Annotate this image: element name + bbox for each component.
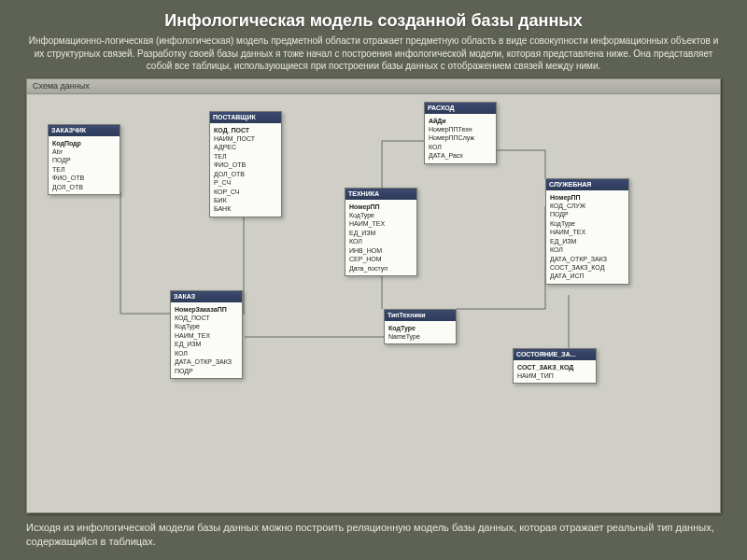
field: ДАТА_ИСП (550, 272, 625, 280)
field: NameType (388, 332, 452, 341)
table-header: ЗАКАЗЧИК (49, 125, 120, 136)
field: БАНК (214, 204, 277, 213)
table-sostoyanie[interactable]: СОСТОЯНИЕ_ЗА... СОСТ_ЗАКЗ_КОД НАИМ_ТИП (513, 348, 597, 385)
field: КОЛ (429, 143, 492, 151)
table-tiptehniki[interactable]: ТипТехники КодТуре NameType (384, 309, 457, 345)
table-body: НомерЗаказаПП КОД_ПОСТ КодТуре НАИМ_ТЕХ … (171, 302, 242, 379)
table-header: ПОСТАВЩИК (210, 112, 281, 123)
field: НАИМ_ТЕХ (175, 331, 238, 340)
page-title: Инфологическая модель созданной базы дан… (26, 11, 721, 31)
field: КодТуре (175, 322, 238, 330)
field: НАИМ_ТЕХ (349, 219, 413, 228)
field: СЕР_НОМ (349, 255, 413, 263)
field: КодТуре (349, 211, 413, 219)
table-rashod[interactable]: РАСХОД АйДи НомерППТехн НомерППСлуж КОЛ … (424, 102, 497, 164)
field: ДОЛ_ОТВ (214, 170, 277, 178)
table-body: АйДи НомерППТехн НомерППСлуж КОЛ ДАТА_Ра… (425, 114, 496, 163)
field: ЕД_ИЗМ (349, 229, 413, 237)
table-header: ЗАКАЗ (171, 291, 242, 302)
table-header: ТЕХНИКА (345, 189, 416, 200)
table-header: СЛУЖЕБНАЯ (546, 179, 628, 190)
field: НомерППСлуж (429, 133, 492, 142)
field: ЕД_ИЗМ (175, 340, 238, 348)
field: КодПодр (52, 139, 116, 147)
field: БИК (214, 196, 277, 204)
table-body: КодПодр Abr ПОДР ТЕЛ ФИО_ОТВ ДОЛ_ОТВ (49, 136, 120, 195)
field: НомерПП (349, 203, 413, 211)
field: НАИМ_ТЕХ (550, 228, 625, 236)
field: АДРЕС (214, 143, 277, 151)
field: ДАТА_Расх (429, 151, 492, 160)
field: НомерПП (550, 193, 625, 202)
table-postavshik[interactable]: ПОСТАВЩИК КОД_ПОСТ НАИМ_ПОСТ АДРЕС ТЕЛ Ф… (209, 111, 282, 217)
field: КОД_ПОСТ (214, 126, 277, 134)
field: Abr (52, 147, 116, 156)
schema-window: Схема данных ЗАКА (26, 78, 721, 514)
field: КодТуре (550, 219, 625, 228)
intro-text: Информационно-логическая (инфологическая… (26, 35, 721, 73)
table-body: НомерПП КодТуре НАИМ_ТЕХ ЕД_ИЗМ КОЛ ИНВ_… (345, 200, 416, 276)
field: НомерЗаказаПП (175, 305, 238, 314)
field: КодТуре (388, 324, 452, 332)
field: КОД_СЛУЖ (550, 202, 625, 210)
table-header: СОСТОЯНИЕ_ЗА... (514, 349, 596, 360)
slide-container: Инфологическая модель созданной базы дан… (0, 0, 747, 560)
field: КОЛ (349, 237, 413, 245)
table-zakazchik[interactable]: ЗАКАЗЧИК КодПодр Abr ПОДР ТЕЛ ФИО_ОТВ ДО… (48, 124, 120, 196)
field: Дата_поступ (349, 264, 413, 273)
field: НАИМ_ПОСТ (214, 134, 277, 143)
field: ТЕЛ (214, 152, 277, 161)
field: НАИМ_ТИП (517, 371, 592, 380)
field: СОСТ_ЗАКЗ_КОД (517, 363, 592, 371)
window-titlebar: Схема данных (27, 79, 720, 94)
window-title-text: Схема данных (33, 81, 90, 91)
field: ДОЛ_ОТВ (52, 183, 116, 191)
field: ПОДР (550, 210, 625, 218)
field: ЕД_ИЗМ (550, 237, 625, 245)
table-body: КОД_ПОСТ НАИМ_ПОСТ АДРЕС ТЕЛ ФИО_ОТВ ДОЛ… (210, 123, 281, 217)
field: КОЛ (550, 245, 625, 254)
table-zakaz[interactable]: ЗАКАЗ НомерЗаказаПП КОД_ПОСТ КодТуре НАИ… (170, 290, 243, 380)
relationship-lines (27, 94, 720, 513)
field: НомерППТехн (429, 125, 492, 133)
field: ПОДР (175, 367, 238, 375)
table-body: НомерПП КОД_СЛУЖ ПОДР КодТуре НАИМ_ТЕХ Е… (546, 190, 628, 284)
table-body: СОСТ_ЗАКЗ_КОД НАИМ_ТИП (514, 360, 596, 384)
field: ИНВ_НОМ (349, 246, 413, 255)
field: ДАТА_ОТКР_ЗАКЗ (175, 357, 238, 366)
diagram-canvas[interactable]: ЗАКАЗЧИК КодПодр Abr ПОДР ТЕЛ ФИО_ОТВ ДО… (27, 94, 720, 513)
field: ТЕЛ (52, 165, 116, 174)
field: ПОДР (52, 156, 116, 164)
outro-text: Исходя из инфологической модели базы дан… (26, 521, 721, 549)
field: ФИО_ОТВ (52, 174, 116, 182)
table-tehnika[interactable]: ТЕХНИКА НомерПП КодТуре НАИМ_ТЕХ ЕД_ИЗМ … (345, 188, 417, 277)
table-header: ТипТехники (385, 310, 456, 321)
field: КОД_ПОСТ (175, 314, 238, 322)
field: Р_СЧ (214, 178, 277, 187)
field: КОЛ (175, 349, 238, 357)
field: ДАТА_ОТКР_ЗАКЗ (550, 255, 625, 263)
table-sluzhebnaya[interactable]: СЛУЖЕБНАЯ НомерПП КОД_СЛУЖ ПОДР КодТуре … (545, 178, 629, 285)
table-body: КодТуре NameType (385, 321, 456, 344)
field: СОСТ_ЗАКЗ_КОД (550, 263, 625, 272)
field: АйДи (429, 117, 492, 125)
field: КОР_СЧ (214, 188, 277, 196)
table-header: РАСХОД (425, 103, 496, 114)
field: ФИО_ОТВ (214, 161, 277, 169)
